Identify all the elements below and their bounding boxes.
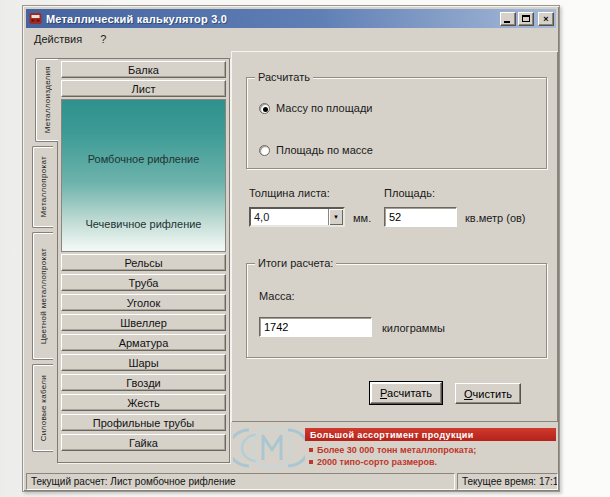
catalog-button-balls-label: Шары [128,357,158,369]
menu-item-help[interactable]: ? [93,32,113,46]
status-current-calculation: Текущий расчет: Лист ромбочное рифление [26,473,455,490]
tab-nonferrous-rolled-metal-label: Цветной металлопрокат [39,248,48,344]
banner-bullet-2: 2000 типо-сорто размеров. [309,457,437,467]
catalog-button-angle[interactable]: Уголок [61,294,226,311]
sheet-variants-panel: Ромбочное рифление Чечевичное рифление [61,99,226,252]
area-input[interactable]: 52 [384,207,457,227]
catalog-button-pipe-label: Труба [129,277,159,289]
radio-area-by-mass-icon [259,145,270,156]
dropdown-arrow-glyph: ▼ [333,214,339,220]
catalog-button-sheet[interactable]: Лист [61,80,226,97]
catalog-button-beam[interactable]: Балка [61,61,226,78]
catalog-button-tin-label: Жесть [127,397,159,409]
banner-bullet-1: Более 30 000 тонн металлопроката; [309,445,476,455]
catalog-button-rebar[interactable]: Арматура [61,334,226,351]
tab-rolled-metal[interactable]: Металлопрокат [32,146,53,228]
radio-area-by-mass[interactable]: Площадь по массе [259,144,373,156]
mass-label: Масса: [259,290,295,302]
maximize-icon [522,15,530,22]
tab-rolled-metal-label: Металлопрокат [39,156,48,218]
clear-button[interactable]: Очистить [455,383,521,404]
tab-metal-products[interactable]: Металлоизделия [35,58,58,142]
minimize-button[interactable] [500,12,516,26]
catalog-button-rails-label: Рельсы [124,257,162,269]
sheet-variant-lentil-pattern[interactable]: Чечевичное рифление [62,218,225,230]
catalog-button-nails[interactable]: Гвозди [61,374,226,391]
menu-bar: Действия ? [27,30,555,47]
tab-power-cables[interactable]: Силовые кабели [32,364,53,452]
calculate-button[interactable]: Расчитать [370,382,442,404]
thickness-label: Толщина листа: [249,187,330,199]
catalog-button-sheet-label: Лист [132,83,156,95]
thickness-value: 4,0 [251,209,328,225]
catalog-button-tin[interactable]: Жесть [61,394,226,411]
tab-power-cables-label: Силовые кабели [39,375,48,441]
catalog-button-beam-label: Балка [128,64,159,76]
mass-output[interactable]: 1742 [259,317,372,337]
catalog-button-channel-label: Швеллер [120,317,167,329]
banner-bullet-1-text: Более 30 000 тонн металлопроката; [317,445,476,455]
catalog-button-rebar-label: Арматура [119,337,169,349]
company-logo-icon [233,426,305,470]
radio-mass-by-area-label: Массу по площади [276,102,372,114]
catalog-button-nails-label: Гвозди [126,377,160,389]
clear-button-hotkey: О [464,388,473,400]
clear-button-label: чистить [473,388,512,400]
status-current-time: Текущее время: 17:11:56 [457,473,558,490]
thickness-unit-label: мм. [353,212,371,224]
radio-mass-by-area-icon [259,103,270,114]
catalog-panel: Балка Лист Ромбочное рифление Чечевичное… [57,58,230,463]
tab-metal-products-label: Металлоизделия [43,66,52,133]
calc-mode-group: Расчитать Массу по площади Площадь по ма… [246,77,547,169]
banner-headline: Большой ассортимент продукции [305,428,556,441]
calc-mode-group-title: Расчитать [255,71,313,83]
close-button[interactable]: × [538,12,554,26]
results-group: Итоги расчета: Масса: 1742 килограммы [246,263,547,358]
catalog-button-profile-pipes-label: Профильные трубы [93,417,195,429]
menu-item-actions[interactable]: Действия [27,32,89,46]
title-bar[interactable]: Металлический калькулятор 3.0 × [26,9,556,28]
area-unit-label: кв.метр (ов) [465,212,526,224]
sheet-variant-diamond-pattern[interactable]: Ромбочное рифление [62,153,225,165]
calculate-button-hotkey: Р [380,387,387,399]
tab-nonferrous-rolled-metal[interactable]: Цветной металлопрокат [32,232,53,360]
catalog-button-profile-pipes[interactable]: Профильные трубы [61,414,226,431]
maximize-button[interactable] [518,12,534,26]
area-label: Площадь: [384,187,435,199]
catalog-button-rails[interactable]: Рельсы [61,254,226,271]
radio-area-by-mass-label: Площадь по массе [276,144,373,156]
radio-mass-by-area[interactable]: Массу по площади [259,102,372,114]
mass-unit-label: килограммы [382,322,445,334]
catalog-button-pipe[interactable]: Труба [61,274,226,291]
catalog-button-nut-label: Гайка [129,437,158,449]
calculate-button-label: асчитать [387,387,432,399]
calculation-panel: Расчитать Массу по площади Площадь по ма… [231,51,558,422]
window-title: Металлический калькулятор 3.0 [46,13,500,25]
bullet-square-icon [309,448,313,452]
bullet-square-icon [309,460,313,464]
minimize-icon [504,21,510,23]
thickness-select[interactable]: 4,0 ▼ [249,207,345,227]
results-group-title: Итоги расчета: [255,257,336,269]
catalog-button-channel[interactable]: Швеллер [61,314,226,331]
chevron-down-icon[interactable]: ▼ [328,209,343,225]
close-icon: × [543,14,548,24]
app-icon [29,12,42,25]
app-window: Металлический калькулятор 3.0 × Действия… [22,5,560,492]
catalog-button-angle-label: Уголок [127,297,161,309]
banner-bullet-2-text: 2000 типо-сорто размеров. [317,457,437,467]
catalog-button-balls[interactable]: Шары [61,354,226,371]
catalog-button-nut[interactable]: Гайка [61,434,226,451]
ad-banner: Большой ассортимент продукции Более 30 0… [231,426,558,471]
